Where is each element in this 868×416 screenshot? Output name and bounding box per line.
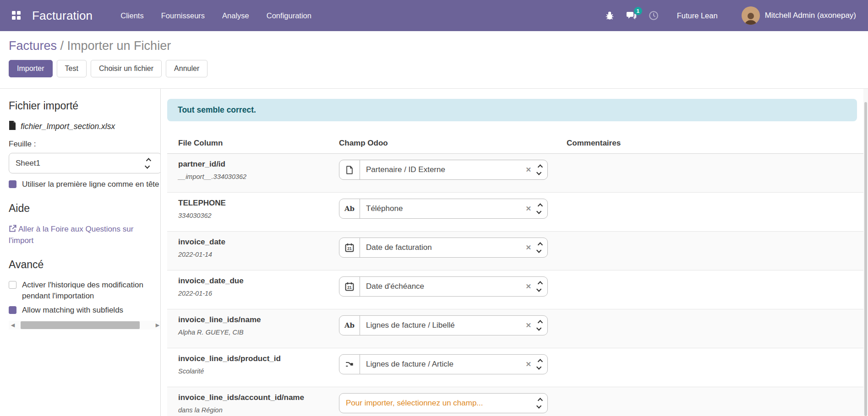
file-column-sample-value: __import__.334030362 bbox=[178, 173, 339, 180]
app-name[interactable]: Facturation bbox=[32, 9, 93, 23]
main-menu: Clients Fournisseurs Analyse Configurati… bbox=[112, 11, 320, 20]
comment-cell bbox=[567, 276, 868, 309]
file-column-cell: invoice_date_due 2022-01-16 bbox=[178, 276, 339, 309]
import-page: Facturation Clients Fournisseurs Analyse… bbox=[0, 0, 868, 416]
sheet-select[interactable]: Sheet1 bbox=[9, 153, 161, 173]
odoo-field-select[interactable]: 21 Date d'échéance ✕ bbox=[339, 276, 548, 297]
status-alert: Tout semble correct. bbox=[167, 99, 857, 121]
odoo-field-select[interactable]: Pour importer, sélectionnez un champ... bbox=[339, 393, 548, 413]
advanced-title: Avancé bbox=[9, 259, 160, 271]
file-column-cell: invoice_line_ids/product_id Scolarité bbox=[178, 354, 339, 387]
clear-field-icon[interactable]: ✕ bbox=[525, 321, 531, 330]
track-history-checkbox[interactable] bbox=[9, 281, 16, 289]
file-column-cell: invoice_date 2022-01-14 bbox=[178, 238, 339, 270]
file-column-name: partner_id/id bbox=[178, 160, 339, 169]
file-column-sample-value: 2022-01-16 bbox=[178, 290, 339, 297]
messages-icon[interactable]: 1 bbox=[626, 11, 637, 21]
scroll-left-arrow-icon[interactable]: ◀ bbox=[9, 321, 17, 330]
file-column-cell: invoice_line_ids/account_id/name dans la… bbox=[178, 393, 339, 416]
header-file-column: File Column bbox=[178, 139, 339, 148]
table-row: TELEPHONE 334030362 Ab Téléphone ✕ bbox=[167, 193, 868, 232]
table-row: invoice_date_due 2022-01-16 21 Date d'éc… bbox=[167, 270, 868, 309]
clear-field-icon[interactable]: ✕ bbox=[525, 243, 531, 252]
bug-icon[interactable] bbox=[605, 11, 614, 20]
vertical-scrollbar-thumb[interactable] bbox=[864, 102, 867, 416]
odoo-field-select[interactable]: 21 Date de facturation ✕ bbox=[339, 238, 548, 258]
header-commentaires: Commentaires bbox=[567, 139, 868, 148]
messages-badge: 1 bbox=[634, 7, 642, 15]
table-header-row: File Column Champ Odoo Commentaires bbox=[167, 133, 868, 154]
menu-fournisseurs[interactable]: Fournisseurs bbox=[153, 11, 213, 20]
help-title: Aide bbox=[9, 202, 160, 215]
field-select-stepper[interactable] bbox=[538, 165, 541, 174]
track-history-label: Activer l'historique des modification pe… bbox=[22, 280, 159, 302]
content-area: Fichier importé fichier_Import_section.x… bbox=[0, 88, 868, 416]
file-column-name: invoice_line_ids/account_id/name bbox=[178, 393, 339, 402]
menu-configuration[interactable]: Configuration bbox=[258, 11, 320, 20]
odoo-field-select[interactable]: Partenaire / ID Externe ✕ bbox=[339, 160, 548, 180]
menu-analyse[interactable]: Analyse bbox=[213, 11, 258, 20]
sheet-select-stepper[interactable] bbox=[146, 159, 150, 168]
external-id-icon bbox=[339, 160, 360, 179]
field-select-stepper[interactable] bbox=[538, 360, 541, 369]
apps-menu-icon[interactable] bbox=[12, 11, 21, 20]
faq-link[interactable]: Aller à la Foire aux Questions sur l'imp… bbox=[9, 223, 156, 247]
field-select-stepper[interactable] bbox=[538, 282, 541, 291]
odoo-field-cell: Lignes de facture / Article ✕ bbox=[339, 354, 567, 387]
field-select-stepper[interactable] bbox=[538, 243, 541, 252]
clear-field-icon[interactable]: ✕ bbox=[525, 360, 531, 368]
odoo-field-value: Date d'échéance bbox=[360, 282, 525, 291]
scroll-right-arrow-icon[interactable]: ▶ bbox=[153, 321, 161, 330]
import-sidebar: Fichier importé fichier_Import_section.x… bbox=[0, 89, 161, 416]
user-menu[interactable]: Mitchell Admin (axonepay) bbox=[765, 11, 856, 20]
navbar-right: 1 Future Lean Mitchell Admin (axonepay) bbox=[593, 6, 856, 25]
choose-file-button[interactable]: Choisir un fichier bbox=[91, 60, 162, 77]
external-link-icon bbox=[9, 225, 16, 232]
breadcrumb-factures-link[interactable]: Factures bbox=[9, 39, 57, 53]
subfields-checkbox[interactable] bbox=[9, 306, 16, 314]
activities-clock-icon[interactable] bbox=[649, 11, 659, 21]
test-button[interactable]: Test bbox=[57, 60, 87, 77]
odoo-field-select[interactable]: Ab Téléphone ✕ bbox=[339, 199, 548, 219]
table-row: invoice_line_ids/account_id/name dans la… bbox=[167, 387, 868, 416]
odoo-field-select[interactable]: Ab Lignes de facture / Libellé ✕ bbox=[339, 315, 548, 335]
header-champ-odoo: Champ Odoo bbox=[339, 139, 567, 148]
import-button[interactable]: Importer bbox=[9, 60, 53, 77]
clear-field-icon[interactable]: ✕ bbox=[525, 166, 531, 174]
field-select-stepper[interactable] bbox=[538, 399, 541, 408]
page-vertical-scrollbar bbox=[863, 89, 868, 416]
user-avatar[interactable] bbox=[742, 6, 760, 25]
odoo-field-value: Lignes de facture / Article bbox=[360, 360, 525, 369]
char-icon: Ab bbox=[339, 316, 360, 335]
scrollbar-thumb[interactable] bbox=[21, 321, 140, 329]
company-switcher[interactable]: Future Lean bbox=[677, 11, 718, 20]
odoo-field-value: Lignes de facture / Libellé bbox=[360, 321, 525, 330]
comment-cell bbox=[567, 160, 868, 192]
odoo-field-select[interactable]: Lignes de facture / Article ✕ bbox=[339, 354, 548, 374]
import-preview-main: Tout semble correct. File Column Champ O… bbox=[161, 89, 868, 416]
file-column-sample-value: dans la Région bbox=[178, 406, 339, 414]
file-column-name: invoice_line_ids/product_id bbox=[178, 354, 339, 363]
field-select-stepper[interactable] bbox=[538, 204, 541, 213]
odoo-field-cell: Partenaire / ID Externe ✕ bbox=[339, 160, 567, 192]
file-column-cell: partner_id/id __import__.334030362 bbox=[178, 160, 339, 192]
clear-field-icon[interactable]: ✕ bbox=[525, 282, 531, 291]
scrollbar-track[interactable] bbox=[17, 321, 153, 330]
odoo-field-value: Téléphone bbox=[360, 204, 525, 213]
cancel-button[interactable]: Annuler bbox=[166, 60, 207, 77]
menu-clients[interactable]: Clients bbox=[112, 11, 152, 20]
table-row: partner_id/id __import__.334030362 Parte… bbox=[167, 154, 868, 193]
odoo-field-cell: Ab Lignes de facture / Libellé ✕ bbox=[339, 315, 567, 348]
many2one-icon bbox=[339, 355, 360, 374]
file-column-name: invoice_date bbox=[178, 238, 339, 247]
clear-field-icon[interactable]: ✕ bbox=[525, 205, 531, 213]
calendar-icon: 21 bbox=[339, 277, 360, 296]
control-panel: Factures / Importer un Fichier Importer … bbox=[0, 31, 868, 88]
table-row: invoice_line_ids/name Alpha R. GUEYE, CI… bbox=[167, 309, 868, 348]
first-row-header-checkbox[interactable] bbox=[9, 180, 16, 188]
char-icon: Ab bbox=[339, 199, 360, 218]
file-column-sample-value: 2022-01-14 bbox=[178, 251, 339, 258]
mapping-rows: partner_id/id __import__.334030362 Parte… bbox=[167, 154, 868, 416]
comment-cell bbox=[567, 315, 868, 348]
field-select-stepper[interactable] bbox=[538, 321, 541, 330]
